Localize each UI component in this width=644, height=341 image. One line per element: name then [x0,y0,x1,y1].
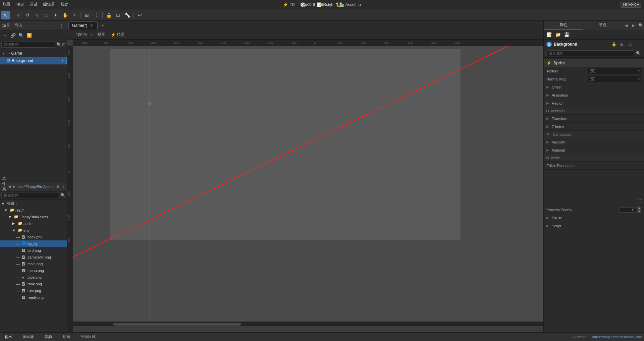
scene-instance-btn[interactable]: 🔗 [9,32,17,39]
nav-3d[interactable]: 🎲 3D [300,2,312,7]
open-file-btn[interactable]: 📁 [554,31,562,39]
sprite-component-header[interactable]: ⚡ Sprite [544,59,644,67]
priority-decrement[interactable]: ▼ [637,210,641,213]
fs-nav-back[interactable]: ◀ [8,184,11,190]
normalmap-dropdown-icon[interactable]: ▾ [638,77,640,81]
fs-item-res[interactable]: ▼ 📁 res:// [0,207,67,214]
node-group-btn[interactable]: ⊞ [619,41,625,48]
right-nav-forward[interactable]: ▶ [630,22,637,29]
scene-add-btn[interactable]: + [1,32,9,39]
scene-filter-search[interactable]: 🔍 [56,42,61,47]
tool-pan[interactable]: ✋ [61,11,69,19]
tab-close-btn[interactable]: ✕ [89,23,94,28]
fs-item-gameover-png[interactable]: — 🖼 gameover.png [0,254,67,261]
fs-item-bg-jpg[interactable]: — 🟦 bg.jpg [0,240,67,247]
tool-lock[interactable]: 🔒 [104,11,113,19]
fs-layout-btn[interactable]: ☰ [56,184,60,190]
scene-filter-input[interactable] [1,42,55,48]
fs-item-pipe-png[interactable]: — ■ pipe.png [0,274,67,281]
bottom-tab-texture-region[interactable]: 纹理区域 [78,334,98,340]
fs-more-btn[interactable]: ⋮ [62,184,65,190]
nav-2d[interactable]: ⚡ 2D [283,2,294,7]
bottom-tab-output[interactable]: 输出 [2,334,15,340]
inspector-filter-input[interactable] [546,50,634,56]
transform-expand[interactable]: ▶ [546,117,550,120]
zoom-in-btn[interactable]: + [89,32,94,38]
fs-item-img[interactable]: ▼ 📁 img [0,227,67,234]
tool-move[interactable]: ✛ [14,11,22,19]
section-node[interactable]: Node [544,154,644,162]
fs-item-flappybird[interactable]: ▼ 📁 FlappyBirdAssets [0,214,67,220]
menu-project[interactable]: 项目 [16,2,24,7]
z-index-expand[interactable]: ▶ [546,125,550,128]
tab-game[interactable]: Game(*) ✕ [68,21,98,30]
tab-nodes[interactable]: 节点 [583,21,623,30]
fs-item-audio[interactable]: ▶ 📁 audio [0,220,67,227]
normal-map-value[interactable]: [空] ▾ [588,76,641,82]
scene-import-btn[interactable]: 导入 [15,23,23,29]
new-script-btn[interactable]: 📝 [546,31,553,39]
nav-assetlib[interactable]: 🏪 AssetLib [339,2,361,7]
node-warning-btn[interactable]: ⚠ [627,41,633,48]
fs-item-ready-png[interactable]: — 🖼 ready.png [0,294,67,301]
fs-item-bird-png[interactable]: — 🖼 bird.png [0,247,67,254]
tab-add-btn[interactable]: + [99,22,106,29]
bottom-tab-audio[interactable]: 音频 [42,334,55,340]
region-expand[interactable]: ▶ [546,101,550,105]
scene-filter-more[interactable]: ⊡ [62,42,65,47]
tool-pivot[interactable]: ⌖ [70,11,79,19]
bottom-tab-animation[interactable]: 动画 [60,334,73,340]
fs-item-back-png[interactable]: — 🖼 back.png [0,234,67,240]
viewport-effect-btn[interactable]: ⚡ 精灵 [109,31,127,38]
menu-debug[interactable]: 调试 [30,2,38,7]
h-scroll-thumb[interactable] [113,323,241,326]
tool-smart[interactable]: ✦ [51,11,60,19]
section-canvasitem[interactable]: ✏ CanvasItem [544,131,644,138]
horizontal-scrollbar[interactable] [73,322,543,326]
tool-select[interactable]: ↖ [1,11,10,19]
fs-search-input[interactable] [1,192,59,198]
inspector-filter-icon[interactable]: 🔍 [635,50,641,56]
animation-expand[interactable]: ▶ [546,93,550,97]
visibility-expand[interactable]: ▶ [546,140,550,144]
viewport-fullscreen-btn[interactable]: ⛶ [535,21,543,29]
priority-increment[interactable]: ▲ [637,207,641,210]
tool-snap-more[interactable]: ⋮ [92,11,101,19]
tree-item-background[interactable]: 🖼 Background 👁 [0,57,67,64]
material-expand[interactable]: ▶ [546,148,550,152]
zoom-out-btn[interactable]: − [69,32,74,38]
tool-skeleton[interactable]: 🦴 [123,11,132,19]
background-visibility-toggle[interactable]: 👁 [61,59,64,63]
tool-scale[interactable]: ⤡ [33,11,41,19]
scene-search-btn[interactable]: 🔍 [17,32,25,39]
gles-badge[interactable]: GLES3 ▾ [621,2,641,8]
scene-more-btn[interactable]: ⋮ [58,22,65,29]
inspector-expand-btn[interactable]: ⛶ [636,198,643,205]
texture-value[interactable]: [空] ▾ [588,68,641,74]
scene-filter-btn[interactable]: 🔽 [25,32,33,39]
fs-item-rank-png[interactable]: — 🖼 rank.png [0,281,67,287]
offset-expand[interactable]: ▶ [546,85,550,89]
right-nav-back[interactable]: ◀ [623,22,629,29]
tool-group[interactable]: ⊡ [114,11,122,19]
menu-help[interactable]: 帮助 [60,2,68,7]
fs-item-main-png[interactable]: — 🖼 main.png [0,261,67,267]
bottom-tab-debugger[interactable]: 调试器 [20,334,37,340]
script-expand[interactable]: ▶ [546,224,550,228]
tree-item-game[interactable]: ▼ ○ Game [0,50,67,57]
node-more-btn[interactable]: ⋮ [635,41,641,48]
priority-input[interactable] [619,207,636,213]
save-btn[interactable]: 💾 [563,31,571,39]
fs-item-rate-png[interactable]: — 🖼 rate.png [0,287,67,294]
tool-snap-grid[interactable]: ⊞ [83,11,91,19]
viewport-view-btn[interactable]: 视图 [95,31,107,38]
nav-script[interactable]: 📝 Script [317,2,334,7]
pause-expand[interactable]: ▶ [546,216,550,220]
fs-item-menu-png[interactable]: — 🖼 menu.png [0,267,67,274]
fs-nav-forward[interactable]: ▶ [13,184,15,190]
fs-search-icon[interactable]: 🔍 [60,193,65,197]
tab-properties[interactable]: 属性 [544,21,583,30]
tool-rect[interactable]: ▭ [42,11,51,19]
section-node2d[interactable]: Node2D [544,107,644,115]
node-lock-btn[interactable]: 🔒 [610,41,617,48]
